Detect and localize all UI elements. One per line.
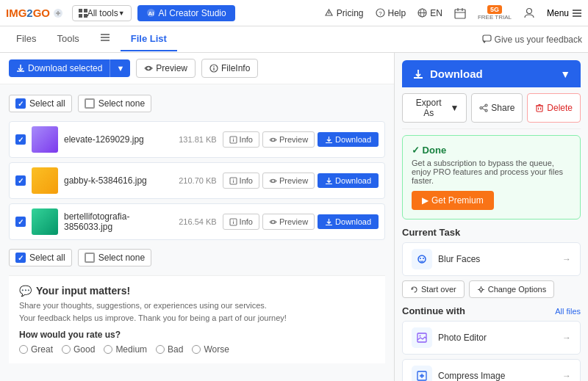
- radio-medium[interactable]: Medium: [104, 344, 147, 355]
- export-as-button[interactable]: Export As ▼: [402, 93, 467, 123]
- file-1-download-button[interactable]: Download: [318, 132, 379, 147]
- file-2-preview-button[interactable]: Preview: [262, 173, 315, 189]
- ai-icon: AI: [146, 8, 156, 18]
- ai-creator-button[interactable]: AI AI Creator Studio: [137, 5, 235, 21]
- file-2-info-label: Info: [240, 176, 253, 185]
- tab-tools[interactable]: Tools: [46, 27, 89, 51]
- share-button[interactable]: Share: [471, 93, 523, 123]
- file-3-download-button[interactable]: Download: [318, 214, 379, 229]
- feedback-section: 💬 Your input matters! Share your thought…: [9, 275, 385, 363]
- help-nav[interactable]: ? Help: [376, 8, 406, 18]
- fileinfo-button[interactable]: FileInfo: [201, 59, 258, 78]
- all-files-link[interactable]: All files: [555, 307, 581, 316]
- chevron-down-icon: ▼: [118, 10, 125, 17]
- start-over-label: Start over: [421, 285, 456, 294]
- select-none-button-bottom[interactable]: Select none: [78, 249, 151, 266]
- start-over-button[interactable]: Start over: [402, 280, 465, 298]
- blur-faces-left: Blur Faces: [412, 249, 480, 269]
- feedback-icon: 💬: [19, 285, 32, 297]
- download-header: Download ▼: [402, 60, 581, 87]
- export-chevron-icon: ▼: [450, 103, 459, 113]
- file-1-size: 131.81 KB: [179, 135, 216, 144]
- file-3-info-button[interactable]: Info: [223, 214, 259, 230]
- right-panel: Download ▼ Export As ▼ Share Delete ✓ Do…: [395, 53, 588, 381]
- photo-editor-left: Photo Editor: [412, 327, 487, 348]
- continue-with-title: Continue with: [402, 305, 465, 316]
- tab-files[interactable]: Files: [6, 27, 46, 51]
- svg-text:AI: AI: [148, 10, 154, 17]
- feedback-button[interactable]: Give us your feedback: [482, 35, 582, 45]
- user-icon[interactable]: [523, 7, 535, 19]
- svg-line-45: [482, 109, 485, 110]
- select-all-button-bottom[interactable]: ✓ Select all: [9, 249, 72, 266]
- photo-editor-icon-box: [412, 327, 432, 348]
- app-header: IMG2GO All tools ▼ AI AI Creator Studio …: [0, 0, 588, 26]
- file-3-info-label: Info: [240, 217, 253, 226]
- globe-icon: [417, 8, 427, 18]
- done-desc: Get a subscription to bypass the queue, …: [412, 159, 571, 185]
- left-panel: Download selected ▼ Preview FileInfo ✓ S…: [0, 53, 395, 381]
- calendar-icon: [454, 7, 466, 19]
- file-2-size: 210.70 KB: [179, 176, 216, 185]
- info-circle-icon: [209, 64, 218, 73]
- download-header-arrow[interactable]: ▼: [560, 68, 570, 80]
- trash-icon: [535, 104, 544, 112]
- select-none-checkbox-bottom: [85, 253, 95, 263]
- get-premium-button[interactable]: ▶ Get Premium: [412, 191, 494, 210]
- file-2-download-button[interactable]: Download: [318, 173, 379, 188]
- calendar-nav[interactable]: [454, 7, 466, 19]
- arrow-icon: ▶: [422, 195, 429, 206]
- tab-file-list[interactable]: File List: [121, 27, 177, 51]
- file-2-name: gabby-k-5384616.jpg: [64, 175, 170, 186]
- radio-great[interactable]: Great: [19, 344, 53, 355]
- photo-editor-row[interactable]: Photo Editor →: [402, 321, 581, 355]
- feedback-radio-group: Great Good Medium Bad: [19, 344, 375, 355]
- file-3-preview-button[interactable]: Preview: [262, 214, 315, 230]
- feedback-rate-label: How would you rate us?: [19, 330, 375, 340]
- language-nav[interactable]: EN: [417, 8, 442, 18]
- radio-good[interactable]: Good: [62, 344, 95, 355]
- change-options-button[interactable]: Change Options: [469, 280, 555, 298]
- logo[interactable]: IMG2GO: [6, 7, 63, 19]
- trial-badge[interactable]: 5G FREE TRIAL: [478, 5, 512, 21]
- download-title: Download: [430, 68, 483, 80]
- delete-button[interactable]: Delete: [527, 93, 581, 123]
- file-1-checkbox[interactable]: ✓: [15, 134, 26, 145]
- file-2-download-label: Download: [335, 176, 371, 185]
- tab-list-icon[interactable]: [90, 26, 121, 52]
- svg-point-61: [420, 335, 421, 337]
- radio-bad[interactable]: Bad: [156, 344, 183, 355]
- file-1-actions: Info Preview Download: [223, 131, 379, 148]
- radio-worse[interactable]: Worse: [192, 344, 229, 355]
- radio-worse-label: Worse: [204, 344, 229, 355]
- file-1-info-button[interactable]: Info: [223, 131, 259, 148]
- download-small-icon-2: [325, 177, 333, 185]
- radio-bad-circle: [156, 345, 165, 354]
- file-1-preview-button[interactable]: Preview: [262, 131, 315, 148]
- file-3-checkbox[interactable]: ✓: [15, 217, 26, 227]
- download-dropdown-button[interactable]: ▼: [110, 59, 130, 77]
- logo-icon: [53, 8, 63, 18]
- download-selected-label: Download selected: [28, 63, 102, 73]
- all-tools-button[interactable]: All tools ▼: [72, 5, 132, 21]
- svg-point-31: [232, 137, 233, 138]
- eye-small-icon: [269, 136, 277, 144]
- svg-rect-60: [417, 333, 426, 342]
- download-selected-button[interactable]: Download selected: [9, 59, 110, 77]
- blur-faces-task-row[interactable]: Blur Faces →: [402, 242, 581, 276]
- help-icon: ?: [376, 8, 385, 18]
- pricing-nav[interactable]: Pricing: [324, 8, 364, 18]
- menu-button[interactable]: Menu: [547, 8, 582, 18]
- done-title: ✓ Done: [412, 145, 571, 156]
- select-none-label-top: Select none: [98, 98, 145, 109]
- feedback-title-text: Your input matters!: [36, 285, 130, 297]
- radio-good-label: Good: [74, 344, 95, 355]
- select-none-button-top[interactable]: Select none: [78, 95, 151, 112]
- file-2-checkbox[interactable]: ✓: [15, 175, 26, 186]
- compress-image-row[interactable]: Compress Image →: [402, 359, 581, 381]
- file-2-info-button[interactable]: Info: [223, 173, 259, 189]
- select-all-button-top[interactable]: ✓ Select all: [9, 95, 72, 112]
- toolbar: Download selected ▼ Preview FileInfo: [0, 53, 394, 84]
- preview-button[interactable]: Preview: [136, 59, 196, 78]
- file-1-name: elevate-1269029.jpg: [64, 134, 170, 145]
